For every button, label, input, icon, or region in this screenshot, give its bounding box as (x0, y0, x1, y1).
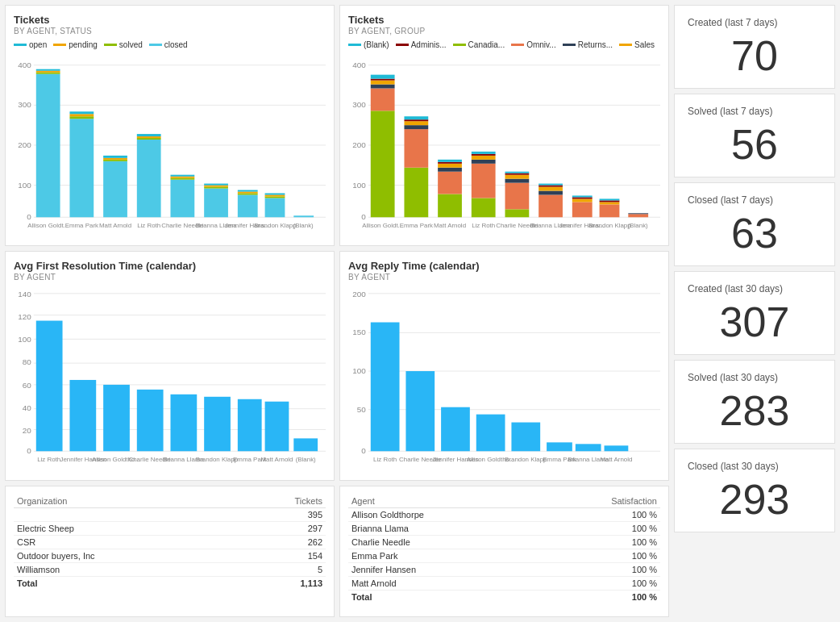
svg-text:(Blank): (Blank) (296, 456, 316, 463)
org-total-label: Total (14, 576, 235, 590)
svg-text:50: 50 (357, 405, 367, 414)
svg-rect-34 (238, 194, 258, 217)
agent-satisfaction: 100 % (536, 521, 660, 535)
stat-closed-7: Closed (last 7 days) 63 (674, 182, 835, 266)
tickets-status-legend: open pending solved closed (14, 40, 326, 49)
svg-rect-71 (404, 121, 428, 125)
svg-rect-83 (472, 156, 496, 160)
svg-rect-39 (265, 196, 285, 198)
svg-rect-67 (371, 75, 395, 79)
tickets-group-legend: (Blank) Adminis... Canadia... Omniv... R… (348, 40, 660, 49)
svg-rect-87 (505, 183, 529, 210)
table-row: Charlie Needle100 % (348, 535, 660, 549)
stat-closed-30-value: 293 (688, 478, 821, 520)
svg-rect-19 (103, 160, 127, 161)
agent-satisfaction: 100 % (536, 549, 660, 562)
svg-rect-79 (438, 160, 462, 162)
table-row: 395 (14, 507, 326, 521)
legend-admins-color (396, 44, 409, 46)
legend-closed: closed (149, 40, 188, 49)
svg-rect-92 (539, 194, 563, 217)
svg-text:(Blank): (Blank) (293, 222, 314, 229)
table-row: Electric Sheep297 (14, 521, 326, 535)
svg-rect-86 (505, 209, 529, 217)
svg-text:400: 400 (352, 61, 366, 69)
svg-rect-101 (600, 204, 620, 217)
svg-rect-70 (404, 125, 428, 129)
svg-rect-91 (505, 172, 529, 173)
svg-text:Brandon Klapp: Brandon Klapp (196, 456, 239, 463)
svg-rect-137 (204, 397, 231, 451)
avg-reply-time-chart: 200 150 100 50 0 (348, 286, 660, 466)
svg-text:Liz Roth: Liz Roth (37, 456, 60, 463)
svg-rect-62 (371, 111, 395, 217)
svg-rect-165 (547, 443, 572, 452)
stat-closed-30: Closed (last 30 days) 293 (674, 449, 835, 532)
table-row: Matt Arnold100 % (348, 576, 660, 590)
svg-text:Liz Roth: Liz Roth (373, 456, 397, 463)
stat-solved-7: Solved (last 7 days) 56 (674, 94, 835, 177)
legend-pending: pending (53, 40, 98, 49)
org-tickets: 297 (235, 521, 326, 535)
svg-rect-89 (505, 175, 529, 179)
svg-rect-102 (600, 202, 620, 204)
org-name: CSR (14, 535, 235, 549)
svg-rect-65 (371, 81, 395, 85)
svg-text:Liz Roth: Liz Roth (137, 222, 160, 229)
agent-total-value: 100 % (536, 590, 660, 603)
agent-satisfaction: 100 % (536, 562, 660, 576)
svg-text:140: 140 (18, 290, 31, 298)
svg-rect-103 (600, 200, 620, 202)
agent-name: Emma Park (348, 549, 536, 562)
table-row: Williamson5 (14, 562, 326, 576)
svg-rect-26 (170, 180, 194, 218)
svg-text:60: 60 (23, 381, 32, 390)
org-name (14, 507, 235, 521)
agent-name: Brianna Llama (348, 521, 536, 535)
svg-rect-132 (36, 321, 63, 452)
legend-canadian-label: Canadia... (468, 40, 505, 49)
agent-satisfaction: 100 % (536, 576, 660, 590)
svg-rect-64 (371, 85, 395, 89)
legend-admins: Adminis... (396, 40, 447, 49)
legend-returns: Returns... (563, 40, 613, 49)
svg-rect-69 (404, 129, 428, 168)
table-row: Outdoor buyers, Inc154 (14, 549, 326, 562)
legend-blank-label: (Blank) (364, 40, 389, 49)
svg-rect-85 (472, 152, 496, 154)
agent-table: Agent Satisfaction Allison Goldthorpe100… (348, 495, 660, 603)
svg-text:Brandon Klapp: Brandon Klapp (588, 222, 631, 229)
svg-rect-94 (539, 187, 563, 191)
stat-solved-30-label: Solved (last 30 days) (688, 372, 821, 383)
svg-text:Brandon Klapp: Brandon Klapp (254, 222, 297, 229)
svg-rect-95 (539, 186, 563, 187)
tickets-group-subtitle: BY AGENT, GROUP (348, 27, 660, 35)
bottom-tables-row: Organization Tickets 395Electric Sheep29… (5, 486, 669, 617)
table-row: Brianna Llama100 % (348, 521, 660, 535)
svg-rect-75 (438, 172, 462, 194)
stat-created-7-label: Created (last 7 days) (688, 17, 821, 28)
agent-name: Allison Goldthorpe (348, 507, 536, 521)
svg-rect-104 (600, 198, 620, 200)
legend-returns-color (563, 44, 576, 46)
org-name: Electric Sheep (14, 521, 235, 535)
legend-closed-color (149, 44, 162, 46)
svg-rect-12 (36, 71, 60, 73)
svg-rect-81 (472, 164, 496, 198)
svg-text:Allison Goldt...: Allison Goldt... (27, 222, 69, 229)
avg-first-resolution-subtitle: BY AGENT (14, 273, 326, 282)
svg-rect-31 (204, 187, 228, 189)
svg-text:Liz Roth: Liz Roth (472, 222, 495, 229)
svg-rect-106 (628, 213, 648, 214)
svg-rect-84 (472, 154, 496, 156)
stat-created-30-value: 307 (688, 301, 821, 343)
svg-text:20: 20 (23, 427, 32, 436)
svg-text:0: 0 (27, 212, 31, 221)
svg-rect-73 (404, 116, 428, 119)
svg-rect-161 (405, 371, 435, 451)
tickets-group-chart: 400 300 200 100 0 (348, 52, 660, 232)
legend-canadian: Canadia... (453, 40, 505, 49)
svg-rect-166 (576, 445, 601, 452)
svg-text:0: 0 (361, 447, 366, 456)
svg-rect-80 (472, 198, 496, 217)
